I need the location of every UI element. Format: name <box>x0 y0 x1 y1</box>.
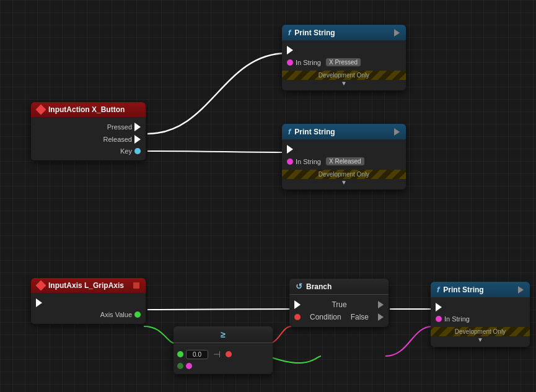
print3-exec-out[interactable] <box>518 286 524 294</box>
branch-exec-in[interactable] <box>294 300 301 309</box>
compare-out-pin[interactable] <box>226 351 232 357</box>
print3-devonly: Development Only <box>431 327 530 336</box>
print1-exec-in-row <box>282 44 406 56</box>
print3-instring-row: In String <box>431 313 530 324</box>
branch-condition-pin[interactable] <box>294 314 301 320</box>
diamond-icon <box>36 105 46 115</box>
print1-instring-row: In String X Pressed <box>282 56 406 68</box>
released-exec-pin[interactable] <box>134 135 141 144</box>
axis-value-pin[interactable] <box>134 311 141 318</box>
print1-instring-pin[interactable] <box>287 59 293 66</box>
input-axis-node: InputAxis L_GripAxis Axis Value <box>31 278 146 324</box>
print3-instring-label: In String <box>444 315 470 323</box>
print-string-1-node: f Print String In String X Pressed Devel… <box>282 25 406 90</box>
input-action-body: Pressed Released Key <box>31 117 146 160</box>
print1-body: In String X Pressed Development Only ▼ <box>282 40 406 90</box>
print1-string-badge: X Pressed <box>326 58 361 66</box>
print1-exec-in[interactable] <box>287 46 293 54</box>
print2-arrow: ▼ <box>282 179 406 186</box>
print2-devonly: Development Only <box>282 170 406 179</box>
print3-instring-pin[interactable] <box>436 316 442 322</box>
print3-body: In String Development Only ▼ <box>431 297 530 347</box>
compare-header: ≥ <box>174 326 273 343</box>
print-string-3-node: f Print String In String Development Onl… <box>431 282 530 347</box>
branch-condition-label: Condition <box>310 313 341 321</box>
branch-title: Branch <box>306 282 332 291</box>
print2-title: Print String <box>294 128 335 136</box>
compare-node: ≥ 0.0 ⊣ <box>174 326 273 374</box>
print3-header: f Print String <box>431 282 530 297</box>
branch-header: ↺ Branch <box>289 279 389 295</box>
print2-header: f Print String <box>282 124 406 139</box>
print1-instring-label: In String <box>296 59 321 66</box>
print1-header: f Print String <box>282 25 406 40</box>
axis-exec-in-row <box>31 297 146 309</box>
print2-exec-in-row <box>282 143 406 155</box>
print2-body: In String X Released Development Only ▼ <box>282 139 406 189</box>
print-string-2-node: f Print String In String X Released Deve… <box>282 124 406 189</box>
input-axis-title: InputAxis L_GripAxis <box>48 281 124 290</box>
branch-false-pin[interactable] <box>378 313 384 321</box>
print3-exec-in[interactable] <box>436 303 442 311</box>
refresh-icon: ↺ <box>296 282 302 291</box>
pressed-exec-pin[interactable] <box>134 123 141 131</box>
key-label: Key <box>120 147 132 155</box>
branch-false-label: False <box>351 313 369 321</box>
released-label: Released <box>103 136 132 143</box>
function-icon-2: f <box>288 127 291 136</box>
key-row: Key <box>31 146 146 157</box>
print2-exec-in[interactable] <box>287 145 293 154</box>
compare-icon: ≥ <box>221 329 226 339</box>
pressed-row: Pressed <box>31 121 146 133</box>
print2-string-badge: X Released <box>326 157 364 165</box>
axis-red-square <box>133 282 139 289</box>
print2-instring-pin[interactable] <box>287 159 293 165</box>
branch-true-label: True <box>332 300 346 309</box>
print1-devonly: Development Only <box>282 71 406 80</box>
compare-body: 0.0 ⊣ <box>174 343 273 374</box>
branch-true-pin[interactable] <box>378 301 384 308</box>
axis-value-row: Axis Value <box>31 309 146 320</box>
print3-title: Print String <box>443 285 483 294</box>
compare-value-input[interactable]: 0.0 <box>186 350 208 359</box>
print2-instring-label: In String <box>296 158 321 165</box>
key-pin[interactable] <box>134 148 141 154</box>
diamond-icon-axis <box>36 281 46 291</box>
function-icon-3: f <box>437 285 439 294</box>
print2-instring-row: In String X Released <box>282 155 406 167</box>
released-row: Released <box>31 133 146 146</box>
axis-exec-in[interactable] <box>36 298 42 307</box>
print1-title: Print String <box>294 28 335 37</box>
compare-b-pin[interactable] <box>177 363 183 369</box>
compare-a-pin[interactable] <box>177 351 183 357</box>
compare-pink-pin[interactable] <box>186 363 192 369</box>
branch-body: True Condition False <box>289 295 389 327</box>
print2-exec-out[interactable] <box>394 128 400 136</box>
print3-arrow: ▼ <box>431 336 530 343</box>
axis-value-label: Axis Value <box>100 311 132 318</box>
input-action-node: InputAction X_Button Pressed Released Ke… <box>31 102 146 160</box>
print1-exec-out[interactable] <box>394 29 400 37</box>
input-axis-body: Axis Value <box>31 293 146 324</box>
input-action-header: InputAction X_Button <box>31 102 146 117</box>
print3-exec-in-row <box>431 301 530 313</box>
print1-arrow: ▼ <box>282 80 406 87</box>
function-icon-1: f <box>288 28 291 37</box>
branch-node: ↺ Branch True Condition False <box>289 279 389 327</box>
input-axis-header: InputAxis L_GripAxis <box>31 278 146 293</box>
compare-operator: ⊣ <box>213 349 221 359</box>
pressed-label: Pressed <box>107 123 132 131</box>
input-action-title: InputAction X_Button <box>48 105 125 114</box>
